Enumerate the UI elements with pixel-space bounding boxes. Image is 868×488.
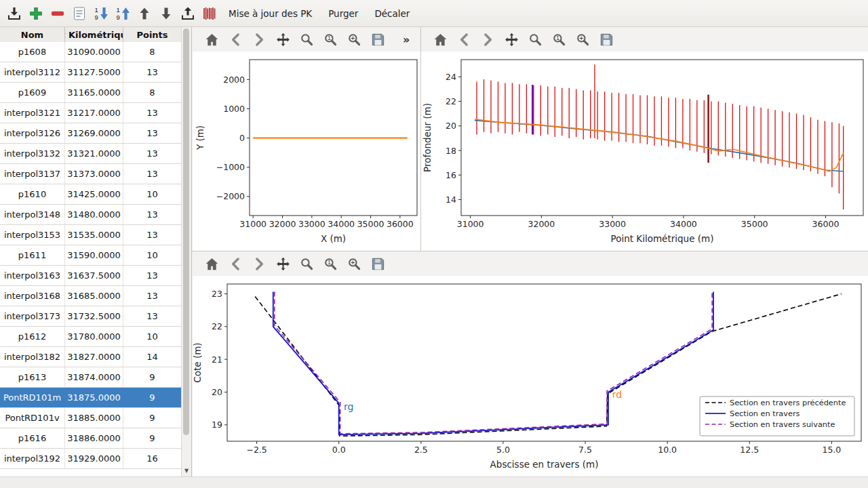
zoom-original-button[interactable]: 1	[322, 256, 338, 272]
remove-icon	[50, 5, 66, 22]
toolbar-overflow-chevron[interactable]: »	[403, 33, 410, 46]
table-row[interactable]: PontRD101m31875.00009	[0, 388, 182, 408]
table-row[interactable]: interpol316831685.000013	[0, 286, 182, 306]
zoom-icon	[299, 256, 315, 272]
zoom-button[interactable]	[298, 31, 315, 47]
table-row[interactable]: interpol312631269.000013	[0, 123, 182, 144]
column-header-1[interactable]: t Kilométriqu	[65, 27, 123, 42]
cell-pk: 31874.0000	[65, 367, 123, 387]
table-row[interactable]: p160831090.00008	[0, 42, 182, 62]
sections-button[interactable]	[201, 4, 218, 23]
svg-text:1: 1	[117, 6, 120, 14]
forward-button[interactable]	[251, 256, 267, 272]
zoom-selection-button[interactable]: +	[574, 31, 591, 47]
remove-button[interactable]	[49, 4, 66, 23]
zoom-original-icon: 1	[551, 32, 567, 47]
sort-ascending-button[interactable]: 19	[114, 4, 132, 23]
table-row[interactable]: interpol315331535.000013	[0, 225, 182, 245]
table-row[interactable]: p161131590.000010	[0, 245, 182, 266]
svg-text:Profondeur (m): Profondeur (m)	[422, 103, 433, 172]
plan-chart-canvas[interactable]: 310003200033000340003500036000200010000−…	[193, 52, 420, 251]
shift-button[interactable]: Décaler	[368, 5, 416, 22]
zoom-button[interactable]	[527, 31, 543, 47]
forward-button[interactable]	[479, 31, 496, 47]
svg-text:32000: 32000	[528, 219, 555, 229]
cell-pk: 31780.0000	[65, 327, 123, 346]
pan-button[interactable]	[503, 31, 519, 47]
cell-pk: 31637.5000	[65, 266, 123, 285]
svg-text:Section en travers précédente: Section en travers précédente	[730, 399, 846, 407]
cell-points: 13	[123, 286, 182, 306]
table-row[interactable]: p161031425.000010	[0, 184, 182, 205]
home-button[interactable]	[203, 31, 220, 47]
back-button[interactable]	[227, 31, 243, 47]
table-row[interactable]: interpol314831480.000013	[0, 205, 182, 225]
export-button[interactable]	[179, 4, 197, 23]
table-row[interactable]: p161231780.000010	[0, 327, 182, 347]
table-row[interactable]: interpol319231929.000016	[0, 449, 182, 469]
home-icon	[433, 32, 448, 47]
back-button[interactable]	[456, 31, 472, 47]
table-row[interactable]: p161331874.00009	[0, 367, 182, 388]
zoom-selection-button[interactable]: +	[346, 256, 362, 272]
pan-button[interactable]	[275, 31, 291, 47]
cell-nom: interpol3182	[0, 347, 65, 367]
edit-button[interactable]	[71, 4, 88, 23]
cell-pk: 31827.0000	[65, 347, 123, 367]
profile-chart-canvas[interactable]: 3100032000330003400035000360001416182022…	[421, 52, 868, 251]
pan-button[interactable]	[275, 256, 291, 272]
table-row[interactable]: p160931165.00008	[0, 83, 182, 103]
table-row[interactable]: interpol311231127.500013	[0, 62, 182, 83]
zoom-selection-button[interactable]: +	[346, 31, 362, 47]
scrollbar-thumb[interactable]	[183, 28, 189, 435]
home-button[interactable]	[203, 256, 220, 272]
save-button[interactable]	[370, 31, 386, 47]
export-icon	[180, 5, 196, 22]
zoom-button[interactable]	[298, 256, 315, 272]
purge-button[interactable]: Purger	[322, 5, 364, 22]
table-row[interactable]: p161631886.00009	[0, 428, 182, 449]
move-up-button[interactable]	[136, 4, 153, 23]
back-icon	[456, 32, 472, 47]
table-row[interactable]: interpol318231827.000014	[0, 347, 182, 367]
table-row[interactable]: interpol317331732.500013	[0, 306, 182, 327]
cell-pk: 31373.0000	[65, 164, 123, 184]
table-row[interactable]: interpol316331637.500013	[0, 266, 182, 286]
cell-pk: 31321.0000	[65, 144, 123, 163]
zoom-original-button[interactable]: 1	[551, 31, 567, 47]
svg-text:Y (m): Y (m)	[195, 125, 205, 150]
svg-text:Section en travers suivante: Section en travers suivante	[730, 420, 835, 429]
cell-nom: p1608	[0, 42, 65, 62]
cross-section-chart-canvas[interactable]: −2.50.02.55.07.510.012.515.01920212223Ab…	[193, 276, 868, 477]
update-pk-button[interactable]: Mise à jour des PK	[222, 5, 318, 22]
svg-text:21: 21	[212, 354, 222, 365]
svg-text:Abscisse en travers (m): Abscisse en travers (m)	[490, 459, 599, 470]
svg-text:12.5: 12.5	[740, 445, 759, 455]
save-button[interactable]	[370, 256, 386, 272]
svg-text:33000: 33000	[298, 219, 326, 229]
zoom-selection-icon: +	[347, 256, 362, 272]
svg-text:Section en travers: Section en travers	[730, 409, 800, 418]
status-bar	[0, 476, 868, 488]
cell-points: 13	[123, 205, 182, 224]
table-row[interactable]: PontRD101v31885.00009	[0, 408, 182, 428]
back-button[interactable]	[227, 256, 243, 272]
home-button[interactable]	[432, 31, 448, 47]
table-row[interactable]: interpol312131217.000013	[0, 103, 182, 123]
column-header-0[interactable]: Nom	[0, 27, 65, 42]
scrollbar-down-arrow-icon[interactable]: ▼	[182, 466, 191, 476]
svg-text:16: 16	[446, 170, 456, 180]
forward-button[interactable]	[251, 31, 267, 47]
import-button[interactable]	[5, 4, 23, 23]
table-scrollbar[interactable]: ▼	[181, 27, 191, 476]
add-button[interactable]	[27, 4, 45, 23]
save-button[interactable]	[598, 31, 614, 47]
table-row[interactable]: interpol313731373.000013	[0, 164, 182, 184]
cell-pk: 31425.0000	[65, 184, 123, 204]
move-down-button[interactable]	[157, 4, 175, 23]
svg-text:−1000: −1000	[216, 162, 245, 172]
column-header-2[interactable]: Points	[123, 27, 182, 42]
sort-descending-button[interactable]: 19	[92, 4, 110, 23]
table-row[interactable]: interpol313231321.000013	[0, 144, 182, 164]
zoom-original-button[interactable]: 1	[322, 31, 338, 47]
